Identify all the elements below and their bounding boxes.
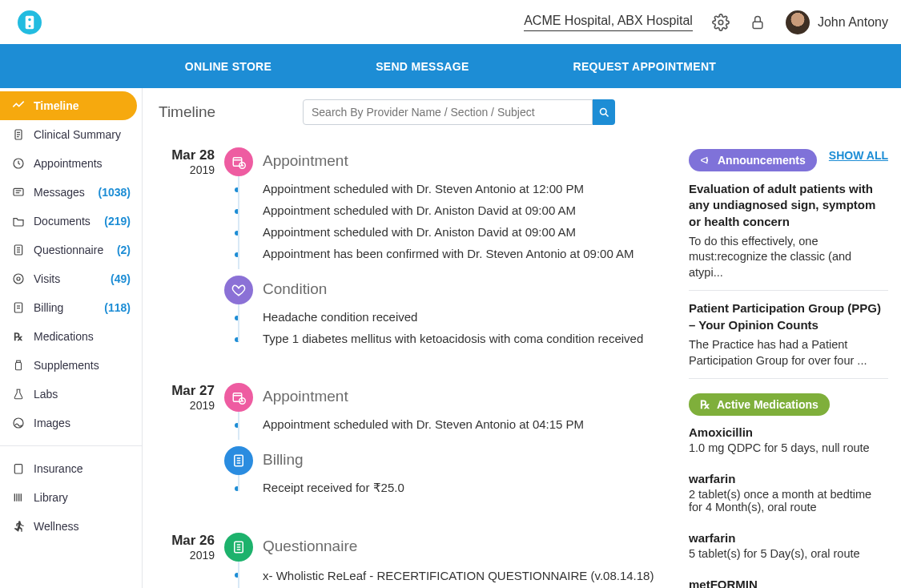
timeline-entry[interactable]: Appointment scheduled with Dr. Aniston D…: [263, 221, 673, 243]
timeline-year: 2019: [159, 163, 215, 176]
sidebar-item-insurance[interactable]: Insurance: [0, 454, 142, 483]
lock-icon[interactable]: [749, 14, 766, 31]
search-input[interactable]: [303, 99, 593, 125]
medication-name: warfarin: [689, 472, 888, 485]
timeline-day: Mar 27 2019 Appointment Appointment sche…: [159, 383, 673, 510]
sidebar-item-label: Visits: [34, 272, 60, 285]
svg-point-1: [28, 18, 31, 21]
search-box: [303, 99, 615, 125]
nav-request-appointment[interactable]: REQUEST APPOINTMENT: [573, 60, 717, 73]
svg-rect-34: [233, 158, 242, 167]
bottle-icon: [11, 358, 26, 373]
pill-label: Announcements: [718, 154, 806, 167]
timeline-entry[interactable]: Receipt received for ₹25.0: [263, 477, 673, 499]
svg-point-2: [29, 25, 31, 27]
timeline-day: Mar 26 2019 Questionnaire x- Wholistic R…: [159, 533, 673, 588]
nav-online-store[interactable]: ONLINE STORE: [185, 60, 272, 73]
svg-rect-23: [16, 363, 22, 370]
user-name: John Antony: [818, 15, 888, 30]
svg-point-18: [17, 277, 20, 280]
clipboard-icon: [11, 127, 26, 142]
sidebar: Timeline Clinical Summary Appointments M…: [0, 88, 143, 588]
sidebar-item-images[interactable]: Images: [0, 409, 142, 437]
folder-icon: [11, 214, 26, 228]
sidebar-item-messages[interactable]: Messages (1038): [0, 178, 142, 207]
sidebar-item-medications[interactable]: ℞Medications: [0, 322, 142, 351]
sidebar-item-library[interactable]: Library: [0, 483, 142, 512]
medication-name: warfarin: [689, 531, 888, 545]
active-medications-header: ℞ Active Medications: [689, 393, 830, 416]
medication-item[interactable]: metFORMIN 1 tablet(s) , oral route: [689, 568, 888, 588]
svg-rect-4: [753, 22, 762, 28]
wellness-icon: [11, 519, 26, 534]
search-button[interactable]: [593, 99, 615, 125]
form-icon: [224, 533, 253, 562]
announcement-item[interactable]: Patient Participation Group (PPG) – Your…: [689, 291, 888, 379]
timeline-entry[interactable]: Type 1 diabetes mellitus with ketoacidos…: [263, 328, 673, 349]
section-title: Appointment: [263, 383, 673, 405]
image-icon: [11, 416, 26, 430]
timeline-section-billing: Billing Receipt received for ₹25.0: [224, 446, 673, 499]
timeline-entry[interactable]: Appointment scheduled with Dr. Aniston D…: [263, 199, 673, 221]
announcement-body: The Practice has had a Patient Participa…: [689, 337, 888, 369]
heart-icon: [224, 276, 253, 304]
sidebar-item-visits[interactable]: Visits (49): [0, 264, 142, 293]
timeline-section-condition: Condition Headache condition received Ty…: [224, 276, 673, 349]
sidebar-item-label: Documents: [34, 215, 91, 228]
medication-item[interactable]: warfarin 2 tablet(s) once a month at bed…: [689, 462, 888, 522]
timeline-day: Mar 28 2019 Appointment Appointment sche…: [159, 147, 673, 360]
facility-selector[interactable]: ACME Hospital, ABX Hospital: [524, 14, 693, 31]
sidebar-item-labs[interactable]: Labs: [0, 380, 142, 409]
sidebar-item-label: Appointments: [34, 157, 103, 170]
sidebar-item-clinical-summary[interactable]: Clinical Summary: [0, 120, 142, 149]
sidebar-item-timeline[interactable]: Timeline: [0, 91, 137, 120]
timeline-entry[interactable]: Appointment has been confirmed with Dr. …: [263, 243, 673, 264]
timeline-section-appointment: Appointment Appointment scheduled with D…: [224, 147, 673, 264]
megaphone-icon: [700, 155, 711, 166]
top-bar: ACME Hospital, ABX Hospital John Antony: [0, 0, 901, 44]
sidebar-item-appointments[interactable]: Appointments: [0, 149, 142, 178]
insurance-icon: [11, 461, 26, 476]
sidebar-item-label: Questionnaire: [34, 244, 103, 256]
medication-name: metFORMIN: [689, 578, 888, 588]
sidebar-item-questionnaire[interactable]: Questionnaire (2): [0, 236, 142, 264]
medication-item[interactable]: Amoxicillin 1.0 mg QDPC for 5 days, null…: [689, 416, 888, 462]
sidebar-item-label: Clinical Summary: [34, 128, 121, 141]
svg-point-3: [718, 20, 723, 25]
section-title: Questionnaire: [263, 533, 673, 555]
right-panel: SHOW ALL Announcements Evaluation of adu…: [689, 131, 901, 588]
svg-point-17: [14, 274, 23, 284]
rx-icon: ℞: [11, 329, 26, 344]
badge-count: (219): [104, 215, 131, 228]
user-menu[interactable]: John Antony: [786, 10, 888, 34]
timeline-date: Mar 28: [159, 147, 215, 163]
svg-point-25: [14, 418, 23, 428]
timeline-icon: [11, 99, 26, 113]
timeline-entry[interactable]: Appointment scheduled with Dr. Steven An…: [263, 413, 673, 435]
receipt-icon: [224, 446, 253, 475]
announcement-title: Patient Participation Group (PPG) – Your…: [689, 300, 888, 333]
timeline-entry[interactable]: x- Wholistic ReLeaf - RECERTIFICATION QU…: [263, 563, 673, 588]
timeline-entry[interactable]: Appointment scheduled with Dr. Steven An…: [263, 178, 673, 199]
svg-rect-19: [14, 303, 22, 312]
announcements-header: Announcements: [689, 149, 817, 171]
sidebar-item-billing[interactable]: Billing (118): [0, 293, 142, 322]
sidebar-separator: [0, 445, 142, 446]
timeline-date: Mar 26: [159, 533, 215, 549]
nav-send-message[interactable]: SEND MESSAGE: [376, 60, 469, 73]
timeline-date: Mar 27: [159, 383, 215, 399]
calendar-icon: [224, 147, 253, 176]
timeline-year: 2019: [159, 549, 215, 562]
medication-item[interactable]: warfarin 5 tablet(s) for 5 Day(s), oral …: [689, 522, 888, 568]
show-all-link[interactable]: SHOW ALL: [829, 149, 888, 162]
app-logo: [18, 10, 42, 34]
timeline-entry[interactable]: Headache condition received: [263, 306, 673, 328]
gear-icon[interactable]: [712, 14, 730, 31]
visits-icon: [11, 272, 26, 286]
sidebar-item-supplements[interactable]: Supplements: [0, 351, 142, 380]
sidebar-item-documents[interactable]: Documents (219): [0, 207, 142, 236]
sidebar-item-wellness[interactable]: Wellness: [0, 512, 142, 541]
medication-dose: 2 tablet(s) once a month at bedtime for …: [689, 488, 888, 513]
announcement-item[interactable]: Evaluation of adult patients with any un…: [689, 171, 888, 291]
timeline-feed: Mar 28 2019 Appointment Appointment sche…: [143, 131, 689, 588]
